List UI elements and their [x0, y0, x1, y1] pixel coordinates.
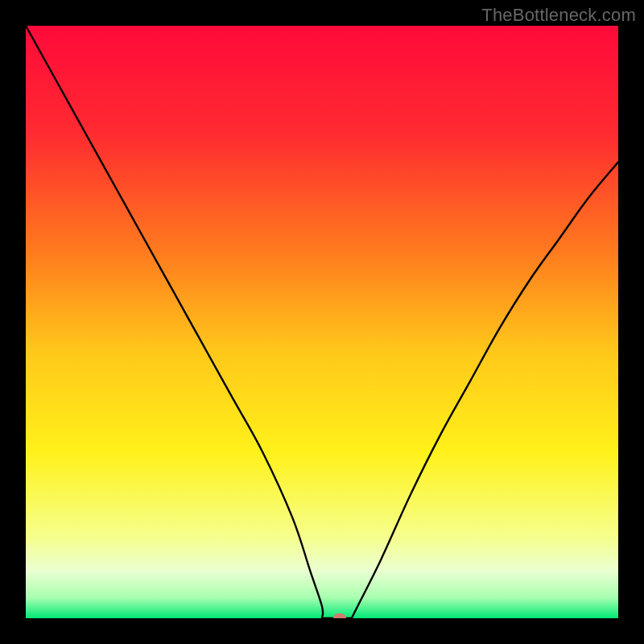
bottleneck-curve — [26, 26, 618, 618]
watermark-text: TheBottleneck.com — [481, 5, 636, 26]
optimal-marker-icon — [333, 613, 346, 618]
chart-frame: TheBottleneck.com — [0, 0, 644, 644]
plot-area — [26, 26, 618, 618]
